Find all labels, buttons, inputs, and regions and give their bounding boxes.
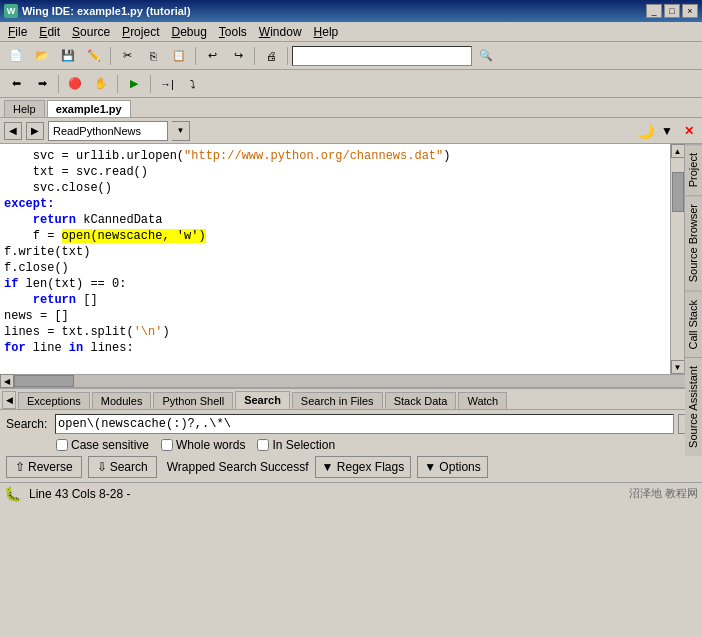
hand-button[interactable]: ✋ — [89, 73, 113, 95]
in-selection-checkbox[interactable] — [257, 439, 269, 451]
close-button[interactable]: × — [682, 4, 698, 18]
code-scrollbar[interactable]: ▲ ▼ — [670, 144, 684, 374]
document-tabs: Help example1.py — [0, 98, 702, 118]
tab-example[interactable]: example1.py — [47, 100, 131, 117]
code-line-5: return kCannedData — [4, 212, 666, 228]
scroll-thumb[interactable] — [672, 172, 684, 212]
toolbar-search-input[interactable] — [292, 46, 472, 66]
open-file-button[interactable]: 📂 — [30, 45, 54, 67]
toolbar-sep-2 — [195, 47, 196, 65]
step-button[interactable]: →| — [155, 73, 179, 95]
tab-python-shell[interactable]: Python Shell — [153, 392, 233, 409]
status-bug-icon: 🐛 — [4, 486, 21, 502]
h-scroll-track[interactable] — [14, 375, 688, 387]
scroll-down-arrow[interactable]: ▼ — [671, 360, 685, 374]
h-scroll-left[interactable]: ◀ — [0, 374, 14, 388]
code-line-7: f.write(txt) — [4, 244, 666, 260]
menu-help[interactable]: Help — [308, 23, 345, 41]
menu-tools[interactable]: Tools — [213, 23, 253, 41]
tab-modules[interactable]: Modules — [92, 392, 152, 409]
code-line-10: if len(txt) == 0: — [4, 276, 666, 292]
prev-button[interactable]: ⬅ — [4, 73, 28, 95]
case-sensitive-label: Case sensitive — [71, 438, 149, 452]
nav-forward[interactable]: ▶ — [26, 122, 44, 140]
code-line-13: news = [] — [4, 308, 666, 324]
menu-source[interactable]: Source — [66, 23, 116, 41]
code-line-1: svc = urllib.urlopen("http://www.python.… — [4, 148, 666, 164]
nav-close-icon[interactable]: ✕ — [680, 122, 698, 140]
h-scrollbar[interactable]: ◀ ▶ — [0, 374, 702, 388]
sidebar-tab-call-stack[interactable]: Call Stack — [685, 291, 702, 358]
code-line-3: svc.close() — [4, 180, 666, 196]
regex-flags-label: ▼ Regex Flags — [322, 460, 405, 474]
h-scroll-thumb[interactable] — [14, 375, 74, 387]
new-file-button[interactable]: 📄 — [4, 45, 28, 67]
case-sensitive-checkbox[interactable] — [56, 439, 68, 451]
tab-help[interactable]: Help — [4, 100, 45, 117]
function-dropdown-label: ReadPythonNews — [53, 125, 141, 137]
bottom-tabs: ◀ Exceptions Modules Python Shell Search… — [0, 388, 702, 409]
code-editor[interactable]: svc = urllib.urlopen("http://www.python.… — [0, 144, 670, 374]
moon-icon[interactable]: 🌙 — [636, 122, 654, 140]
copy-button[interactable]: ⎘ — [141, 45, 165, 67]
nav-back[interactable]: ◀ — [4, 122, 22, 140]
whole-words-checkbox[interactable] — [161, 439, 173, 451]
menu-file[interactable]: File — [2, 23, 33, 41]
tab-watch[interactable]: Watch — [458, 392, 507, 409]
tab-exceptions[interactable]: Exceptions — [18, 392, 90, 409]
whole-words-label: Whole words — [176, 438, 245, 452]
toolbar-2: ⬅ ➡ 🔴 ✋ ▶ →| ⤵ — [0, 70, 702, 98]
checkbox-row: Case sensitive Whole words In Selection — [56, 438, 696, 452]
paste-button[interactable]: 📋 — [167, 45, 191, 67]
next-button[interactable]: ➡ — [30, 73, 54, 95]
menu-window[interactable]: Window — [253, 23, 308, 41]
sidebar-tab-source-assistant[interactable]: Source Assistant — [685, 357, 702, 456]
edit-button[interactable]: ✏️ — [82, 45, 106, 67]
code-line-15: for line in lines: — [4, 340, 666, 356]
function-dropdown-arrow[interactable]: ▼ — [172, 121, 190, 141]
reverse-button[interactable]: ⇧ Reverse — [6, 456, 82, 478]
menu-debug[interactable]: Debug — [165, 23, 212, 41]
right-sidebar: Project Source Browser Call Stack Source… — [684, 144, 702, 374]
menu-project[interactable]: Project — [116, 23, 165, 41]
code-line-2: txt = svc.read() — [4, 164, 666, 180]
sidebar-tab-source-browser[interactable]: Source Browser — [685, 195, 702, 290]
search-status-text: Wrapped Search Successf — [167, 460, 309, 474]
undo-button[interactable]: ↩ — [200, 45, 224, 67]
options-label: ▼ Options — [424, 460, 481, 474]
search-input[interactable] — [55, 414, 674, 434]
whole-words-checkbox-item: Whole words — [161, 438, 245, 452]
case-sensitive-checkbox-item: Case sensitive — [56, 438, 149, 452]
sidebar-tab-project[interactable]: Project — [685, 144, 702, 195]
tab-stack-data[interactable]: Stack Data — [385, 392, 457, 409]
search-panel: Search: ▼ Case sensitive Whole words In … — [0, 409, 702, 482]
toolbar-sep-1 — [110, 47, 111, 65]
nav-right-icons: 🌙 ▼ ✕ — [636, 122, 698, 140]
breakpoint-button[interactable]: 🔴 — [63, 73, 87, 95]
tab-search[interactable]: Search — [235, 391, 290, 409]
reverse-label: Reverse — [28, 460, 73, 474]
redo-button[interactable]: ↪ — [226, 45, 250, 67]
reverse-icon: ⇧ — [15, 460, 25, 474]
function-dropdown[interactable]: ReadPythonNews — [48, 121, 168, 141]
scroll-up-arrow[interactable]: ▲ — [671, 144, 685, 158]
step-into-button[interactable]: ⤵ — [181, 73, 205, 95]
status-bar: 🐛 Line 43 Cols 8-28 - 沼泽地 教程网 — [0, 482, 702, 504]
minimize-button[interactable]: _ — [646, 4, 662, 18]
window-controls[interactable]: _ □ × — [646, 4, 698, 18]
print-button[interactable]: 🖨 — [259, 45, 283, 67]
regex-flags-button[interactable]: ▼ Regex Flags — [315, 456, 412, 478]
run-button[interactable]: ▶ — [122, 73, 146, 95]
menu-edit[interactable]: Edit — [33, 23, 66, 41]
cut-button[interactable]: ✂ — [115, 45, 139, 67]
maximize-button[interactable]: □ — [664, 4, 680, 18]
search-button[interactable]: ⇩ Search — [88, 456, 157, 478]
code-line-8: f.close() — [4, 260, 666, 276]
nav-down-icon[interactable]: ▼ — [658, 122, 676, 140]
window-title: Wing IDE: example1.py (tutorial) — [22, 5, 191, 17]
save-file-button[interactable]: 💾 — [56, 45, 80, 67]
toolbar-search-button[interactable]: 🔍 — [474, 45, 498, 67]
bottom-tab-prev[interactable]: ◀ — [2, 391, 16, 409]
options-button[interactable]: ▼ Options — [417, 456, 488, 478]
tab-search-in-files[interactable]: Search in Files — [292, 392, 383, 409]
